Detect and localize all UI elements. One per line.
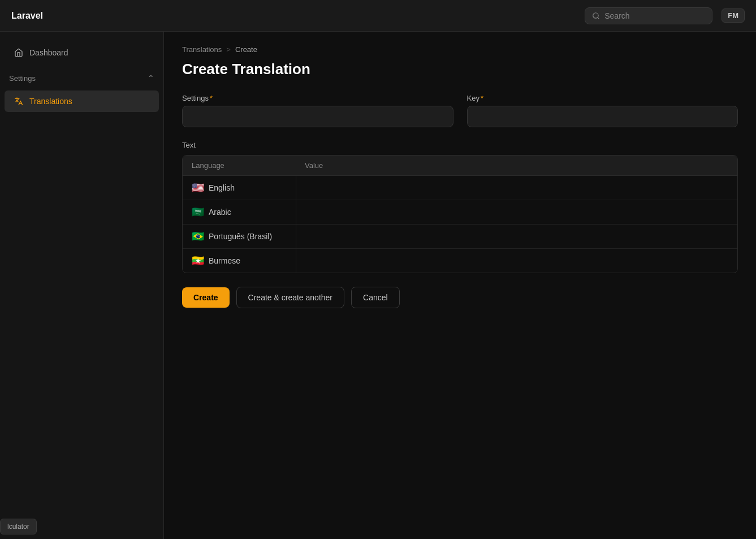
cancel-button[interactable]: Cancel: [351, 287, 400, 308]
sidebar-item-translations-label: Translations: [29, 97, 72, 106]
lang-name: Português (Brasil): [209, 232, 272, 241]
create-button[interactable]: Create: [182, 287, 230, 308]
value-cell[interactable]: [296, 249, 737, 273]
col-value: Value: [305, 161, 728, 170]
search-box[interactable]: [585, 7, 712, 24]
layout: Dashboard Settings Translations: [0, 32, 756, 539]
form-row-settings-key: Settings* Key*: [182, 94, 738, 127]
chevron-up-icon: [148, 74, 154, 83]
search-icon: [592, 12, 600, 20]
page-title: Create Translation: [182, 61, 738, 78]
col-language: Language: [192, 161, 305, 170]
create-another-button[interactable]: Create & create another: [236, 287, 344, 308]
lang-flag: 🇸🇦: [192, 206, 204, 218]
table-row: 🇲🇲 Burmese: [183, 249, 737, 273]
field-settings: Settings*: [182, 94, 453, 127]
lang-cell: 🇧🇷 Português (Brasil): [183, 225, 296, 248]
text-table-header: Language Value: [183, 156, 737, 176]
translations-icon: [14, 96, 24, 106]
table-row: 🇺🇸 English: [183, 176, 737, 200]
search-input[interactable]: [604, 11, 705, 20]
sidebar-item-translations[interactable]: Translations: [5, 90, 159, 112]
text-section-label: Text: [182, 141, 738, 149]
value-cell[interactable]: [296, 176, 737, 200]
lang-name: Burmese: [209, 256, 240, 265]
action-row: Create Create & create another Cancel: [182, 287, 738, 308]
value-input-0[interactable]: [305, 183, 728, 192]
lang-cell: 🇲🇲 Burmese: [183, 249, 296, 273]
topnav-right: FM: [585, 7, 745, 24]
sidebar-item-dashboard[interactable]: Dashboard: [5, 42, 159, 63]
table-row: 🇧🇷 Português (Brasil): [183, 225, 737, 249]
breadcrumb-separator: >: [226, 45, 231, 54]
lang-flag: 🇲🇲: [192, 255, 204, 267]
lang-flag: 🇧🇷: [192, 230, 204, 243]
home-icon: [14, 48, 24, 58]
lang-name: English: [209, 183, 235, 192]
avatar: FM: [722, 8, 745, 23]
text-section: Text Language Value 🇺🇸 English 🇸🇦 Arabic: [182, 141, 738, 273]
value-input-2[interactable]: [305, 232, 728, 241]
bottom-tooltip: lculator: [0, 519, 37, 534]
breadcrumb-current: Create: [235, 45, 257, 54]
language-rows: 🇺🇸 English 🇸🇦 Arabic 🇧🇷 Português (Brasi…: [183, 176, 737, 273]
settings-label: Settings*: [182, 94, 453, 102]
value-cell[interactable]: [296, 200, 737, 224]
settings-section-label: Settings: [9, 74, 36, 83]
text-table: Language Value 🇺🇸 English 🇸🇦 Arabic 🇧🇷 P…: [182, 155, 738, 273]
sidebar-item-dashboard-label: Dashboard: [29, 48, 68, 57]
value-input-3[interactable]: [305, 256, 728, 265]
lang-flag: 🇺🇸: [192, 182, 204, 194]
svg-line-1: [598, 17, 599, 19]
value-cell[interactable]: [296, 225, 737, 248]
breadcrumb-parent[interactable]: Translations: [182, 45, 222, 54]
value-input-1[interactable]: [305, 208, 728, 217]
field-key: Key*: [467, 94, 738, 127]
topnav: Laravel FM: [0, 0, 756, 32]
lang-cell: 🇺🇸 English: [183, 176, 296, 200]
breadcrumb: Translations > Create: [182, 45, 738, 54]
settings-input[interactable]: [182, 106, 453, 127]
lang-name: Arabic: [209, 208, 231, 217]
main-content: Translations > Create Create Translation…: [164, 32, 756, 539]
key-label: Key*: [467, 94, 738, 102]
table-row: 🇸🇦 Arabic: [183, 200, 737, 225]
key-input[interactable]: [467, 106, 738, 127]
svg-point-0: [593, 12, 598, 18]
settings-section-header[interactable]: Settings: [0, 68, 163, 88]
app-brand: Laravel: [11, 11, 43, 21]
sidebar: Dashboard Settings Translations: [0, 32, 164, 539]
lang-cell: 🇸🇦 Arabic: [183, 200, 296, 224]
